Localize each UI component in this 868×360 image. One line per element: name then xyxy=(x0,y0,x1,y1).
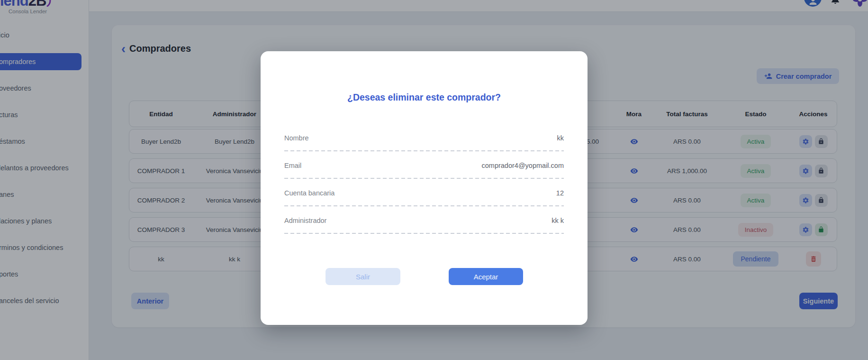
field-label: Email xyxy=(284,162,301,169)
field-value: comprador4@yopmail.com xyxy=(482,162,564,169)
modal-field-nombre: Nombre kk xyxy=(284,134,564,151)
modal-field-cuenta-bancaria: Cuenta bancaria 12 xyxy=(284,189,564,206)
modal-field-administrador: Administrador kk k xyxy=(284,217,564,234)
field-value: kk xyxy=(557,134,564,142)
modal-field-email: Email comprador4@yopmail.com xyxy=(284,162,564,179)
app-root: lend2B Consola Lender icio ompradores ov… xyxy=(0,0,868,360)
field-value: kk k xyxy=(552,217,564,224)
delete-buyer-modal: ¿Deseas eliminar este comprador? Nombre … xyxy=(261,51,588,325)
field-label: Administrador xyxy=(284,217,326,224)
exit-button[interactable]: Salir xyxy=(326,268,400,285)
modal-title: ¿Deseas eliminar este comprador? xyxy=(261,92,588,103)
accept-button[interactable]: Aceptar xyxy=(449,268,523,285)
field-value: 12 xyxy=(556,189,564,197)
field-label: Cuenta bancaria xyxy=(284,189,335,197)
field-label: Nombre xyxy=(284,134,309,142)
